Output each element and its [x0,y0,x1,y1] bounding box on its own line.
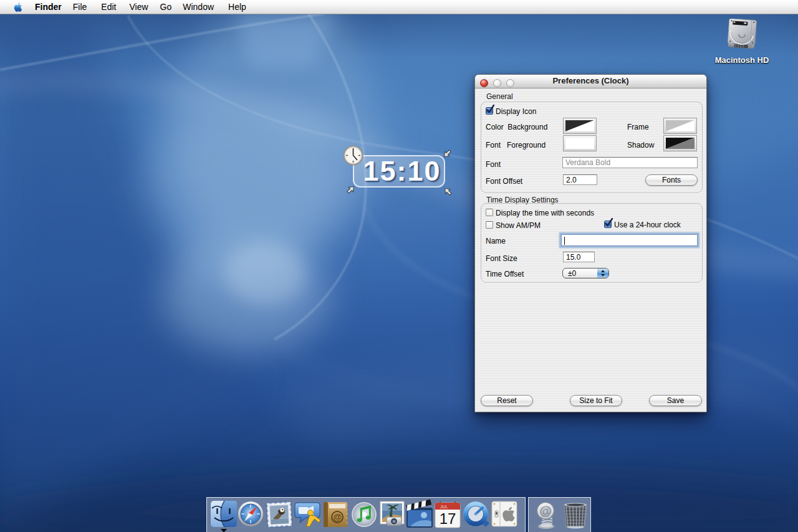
svg-text:17: 17 [440,510,456,527]
svg-text:JUL: JUL [440,505,448,509]
svg-text:@: @ [539,503,552,519]
svg-text:@: @ [333,512,342,522]
